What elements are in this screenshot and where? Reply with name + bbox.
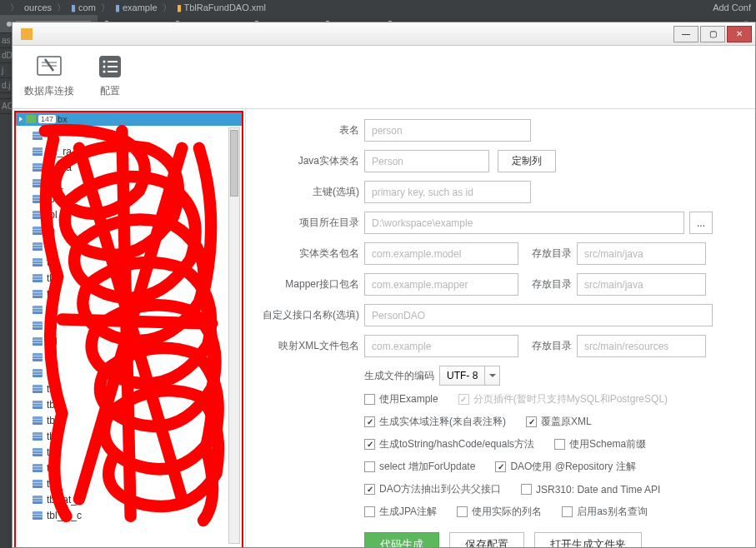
table-icon xyxy=(33,416,43,425)
table-row[interactable]: tb xyxy=(33,191,242,207)
table-icon xyxy=(33,369,43,377)
schema-prefix-check[interactable]: 使用Schema前缀 xyxy=(554,437,646,451)
table-name-input[interactable] xyxy=(364,119,531,142)
table-row[interactable]: tbl xyxy=(33,317,242,333)
list-icon xyxy=(96,52,124,81)
svg-point-2 xyxy=(103,61,106,63)
table-icon xyxy=(33,195,43,203)
generate-button[interactable]: 代码生成 xyxy=(364,532,439,547)
dao-parent-check[interactable]: DAO方法抽出到公共父接口 xyxy=(364,482,501,496)
project-dir-input[interactable] xyxy=(364,212,684,234)
table-row[interactable]: tbl xyxy=(33,270,242,286)
save-config-button[interactable]: 保存配置 xyxy=(449,532,524,547)
table-count: 147 xyxy=(38,115,56,123)
entity-comment-check[interactable]: 生成实体域注释(来自表注释) xyxy=(364,415,506,429)
mapper-pkg-input[interactable] xyxy=(364,273,518,296)
breadcrumb-right[interactable]: Add Conf xyxy=(713,2,751,12)
table-row[interactable]: tbl xyxy=(33,428,242,444)
database-name: bx xyxy=(58,114,68,124)
db-connect-button[interactable]: 数据库连接 xyxy=(24,52,74,108)
encoding-select[interactable]: UTF- 8 xyxy=(439,366,500,386)
xml-pkg-input[interactable] xyxy=(364,335,518,357)
for-update-check[interactable]: select 增加ForUpdate xyxy=(364,460,475,474)
pk-input[interactable] xyxy=(364,181,531,203)
window-titlebar[interactable]: — ▢ ✕ xyxy=(13,22,755,46)
form-panel: 表名 Java实体类名定制列 主键(选填) 项目所在目录... 实体类名包名存放… xyxy=(246,109,755,547)
maximize-button[interactable]: ▢ xyxy=(700,26,725,42)
config-button[interactable]: 配置 xyxy=(96,52,124,108)
xml-dir-input[interactable] xyxy=(577,335,706,357)
table-icon xyxy=(33,337,43,346)
entity-name-input[interactable] xyxy=(364,150,489,172)
table-row[interactable]: tbl xyxy=(33,460,242,476)
table-icon xyxy=(33,179,43,187)
custom-columns-button[interactable]: 定制列 xyxy=(498,150,556,172)
paging-check: 分页插件(暂时只支持MySQL和PostgreSQL) xyxy=(458,392,668,406)
table-row[interactable]: tbl_ xyxy=(33,476,242,491)
table-row[interactable]: tbl xyxy=(33,444,242,460)
dialog-window: — ▢ ✕ 数据库连接 配置 147 bx tbltbl_ratbl_ratb xyxy=(12,22,756,548)
browse-button[interactable]: ... xyxy=(689,212,713,234)
close-button[interactable]: ✕ xyxy=(727,26,752,42)
table-row[interactable]: tbl_ xyxy=(33,412,242,428)
dao-repo-check[interactable]: DAO使用 @Repository 注解 xyxy=(495,460,635,474)
table-icon xyxy=(33,290,43,298)
breadcrumb-item[interactable]: example xyxy=(123,2,158,12)
table-row[interactable]: tb xyxy=(33,349,242,365)
database-header[interactable]: 147 bx xyxy=(16,112,242,126)
overwrite-xml-check[interactable]: 覆盖原XML xyxy=(526,415,592,429)
table-icon xyxy=(33,242,43,251)
table-row[interactable]: tb xyxy=(33,238,242,254)
table-row[interactable]: tbl xyxy=(33,333,242,349)
table-icon xyxy=(33,258,43,267)
table-row[interactable]: tbl xyxy=(33,381,242,396)
table-row[interactable]: tb xyxy=(33,286,242,301)
table-row[interactable]: tbl_ xyxy=(33,396,242,412)
entity-dir-input[interactable] xyxy=(577,242,706,265)
table-row[interactable]: tbl xyxy=(33,254,242,270)
table-row[interactable]: tbl xyxy=(33,365,242,381)
jpa-anno-check[interactable]: 生成JPA注解 xyxy=(364,505,437,519)
table-icon xyxy=(33,496,43,504)
database-icon xyxy=(26,115,36,123)
table-icon xyxy=(33,147,43,156)
table-row[interactable]: tbl_ xyxy=(33,175,242,191)
svg-point-3 xyxy=(103,66,106,68)
table-icon xyxy=(33,401,43,409)
table-row[interactable]: tbl xyxy=(33,127,242,143)
table-row[interactable]: tbl xyxy=(33,207,242,222)
table-icon xyxy=(33,163,43,172)
mapper-dir-input[interactable] xyxy=(577,273,706,296)
tostring-check[interactable]: 生成toString/hashCode/equals方法 xyxy=(364,437,534,451)
table-row[interactable]: tbl_at_c xyxy=(33,507,242,523)
scrollbar-thumb[interactable] xyxy=(230,130,238,197)
table-icon xyxy=(33,385,43,393)
breadcrumb-item[interactable]: TblRaFundDAO.xml xyxy=(184,2,266,12)
table-row[interactable]: tbl xyxy=(33,301,242,317)
table-icon xyxy=(33,448,43,456)
table-row[interactable]: tb xyxy=(33,222,242,238)
entity-pkg-input[interactable] xyxy=(364,242,518,265)
chevron-down-icon xyxy=(484,366,499,385)
table-row[interactable]: tbl_ra xyxy=(33,143,242,159)
table-list: tbltbl_ratbl_ratbl_tbtbltbtbtbltbltbtblt… xyxy=(16,126,242,525)
table-icon xyxy=(33,274,43,282)
breadcrumb-item[interactable]: ources xyxy=(24,2,52,12)
table-icon xyxy=(33,306,43,314)
use-example-check[interactable]: 使用Example xyxy=(364,392,438,406)
table-icon xyxy=(33,132,43,140)
jsr310-check[interactable]: JSR310: Date and Time API xyxy=(521,484,660,496)
window-icon xyxy=(21,28,33,40)
table-icon xyxy=(33,211,43,219)
breadcrumb-item[interactable]: com xyxy=(78,2,96,12)
table-icon xyxy=(33,227,43,235)
custom-iface-input[interactable] xyxy=(364,304,713,326)
open-folder-button[interactable]: 打开生成文件夹 xyxy=(534,532,642,547)
table-icon xyxy=(33,511,43,520)
alias-query-check[interactable]: 启用as别名查询 xyxy=(562,505,648,519)
minimize-button[interactable]: — xyxy=(673,26,698,42)
actual-cols-check[interactable]: 使用实际的列名 xyxy=(457,505,542,519)
table-row[interactable]: tbl_ra xyxy=(33,159,242,175)
scrollbar[interactable] xyxy=(228,127,240,544)
table-row[interactable]: tbl_at_c xyxy=(33,491,242,507)
